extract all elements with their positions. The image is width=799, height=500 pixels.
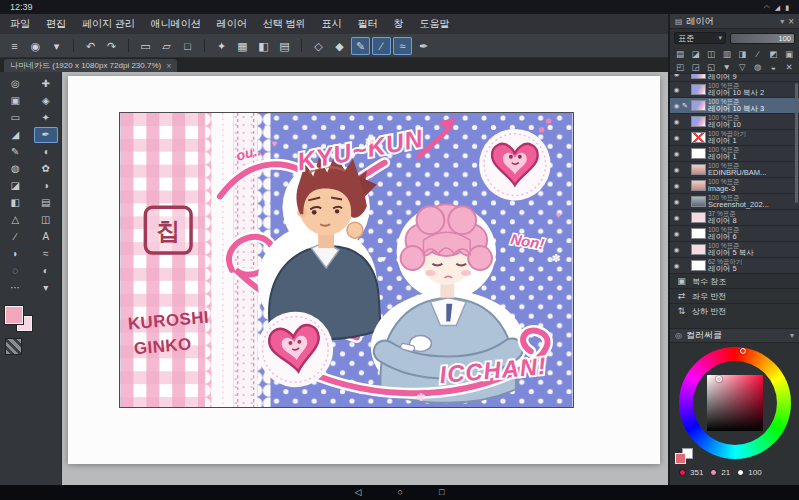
effects-icon[interactable]: ✦ [212, 37, 231, 55]
pen-tool[interactable]: ✒ [34, 127, 58, 143]
select-rectangle-icon[interactable]: ▭ [136, 37, 155, 55]
move-tool[interactable]: ✚ [34, 76, 58, 92]
airbrush-tool[interactable]: ◍ [3, 161, 27, 177]
blend-mode-select[interactable]: 표준 ▾ [674, 32, 726, 44]
layer-row[interactable]: ◉100 %표준레이어 6 [670, 226, 799, 242]
blur-tool[interactable]: ◌ [3, 263, 27, 279]
transparent-color[interactable] [5, 338, 22, 355]
color-wheel[interactable] [670, 343, 799, 465]
layer-visibility-icon[interactable]: ◉ [672, 150, 681, 158]
snap-ruler-icon[interactable]: ◇ [309, 37, 328, 55]
decoration-tool[interactable]: ✿ [34, 161, 58, 177]
merge-down-icon[interactable]: ▽ [736, 62, 748, 72]
layer-move-tool[interactable]: ◈ [34, 93, 58, 109]
menu-item[interactable]: 필터 [350, 14, 386, 34]
layer-row[interactable]: ◉100 %표준레이어 1 [670, 146, 799, 162]
menu-item[interactable]: 창 [386, 14, 412, 34]
layer-visibility-icon[interactable]: ◉ [672, 214, 681, 222]
line-toggle-icon[interactable]: ∕ [372, 37, 391, 55]
balloon-tool[interactable]: ◗ [3, 246, 27, 262]
selection-tool[interactable]: ▭ [3, 110, 27, 126]
layer-visibility-icon[interactable]: ◉ [672, 262, 681, 270]
main-menu-icon[interactable]: ≡ [5, 37, 24, 55]
curve-toggle-icon[interactable]: ≈ [393, 37, 412, 55]
panel-close-icon[interactable]: × [788, 16, 794, 27]
mask-create-icon[interactable]: ◍ [752, 62, 764, 72]
flip-vertical-button[interactable]: ⇅ 상하 반전 [670, 303, 799, 318]
main-color[interactable] [5, 306, 23, 324]
main-color-swatch[interactable] [675, 453, 686, 464]
layer-row[interactable]: ◉100 %표준레이어 10 복사 2 [670, 82, 799, 98]
panel-menu-icon[interactable]: ▾ [780, 17, 784, 26]
fill-area-icon[interactable]: ◧ [254, 37, 273, 55]
menu-item[interactable]: 도움말 [412, 14, 458, 34]
layer-row[interactable]: ◉100 %표준Screenshot_202... [670, 194, 799, 210]
brush-tool[interactable]: ◖ [34, 144, 58, 160]
sv-marker[interactable] [716, 376, 722, 382]
lock-transparency-icon[interactable]: ▥ [721, 49, 733, 59]
tool-more-tool[interactable]: ▾ [34, 280, 58, 296]
gradient-tool[interactable]: ▤ [34, 195, 58, 211]
layer-row[interactable]: ◉62 %곱하기레이어 5 [670, 258, 799, 273]
layer-row[interactable]: ◉100 %표준레이어 9 [670, 73, 799, 82]
layer-row[interactable]: ◉100 %표준image-3 [670, 178, 799, 194]
layer-list-scrollbar[interactable] [795, 83, 798, 203]
snap-special-icon[interactable]: ◆ [330, 37, 349, 55]
clip-to-layer-icon[interactable]: ◪ [690, 49, 702, 59]
layer-row[interactable]: ◉100 %표준레이어 5 복사 [670, 242, 799, 258]
auto-select-tool[interactable]: ✦ [34, 110, 58, 126]
layer-row[interactable]: ◉100 %곱하기레이어 1 [670, 130, 799, 146]
text-tool[interactable]: A [34, 229, 58, 245]
layer-row[interactable]: ◉100 %표준레이어 10 [670, 114, 799, 130]
layer-visibility-icon[interactable]: ◉ [672, 246, 681, 254]
blend-tool[interactable]: ◑ [34, 178, 58, 194]
eyedropper-tool[interactable]: ◢ [3, 127, 27, 143]
layer-blend-icon[interactable]: ▤ [674, 49, 686, 59]
new-folder-icon[interactable]: ◱ [705, 62, 717, 72]
layer-color-icon[interactable]: ◩ [767, 49, 779, 59]
layer-visibility-icon[interactable]: ◉ [672, 230, 681, 238]
brush-size-icon[interactable]: ◉ [26, 37, 45, 55]
saturation-value-square[interactable] [707, 375, 763, 431]
layer-visibility-icon[interactable]: ◉ [672, 182, 681, 190]
layer-visibility-icon[interactable]: ◉ [672, 73, 681, 78]
lightness-tool[interactable]: ◐ [34, 263, 58, 279]
operation-tool[interactable]: ▣ [3, 93, 27, 109]
illustration-canvas[interactable]: 칩 KUROSHI GINKO [119, 112, 574, 408]
nav-recents-button[interactable]: □ [439, 488, 444, 497]
fill-tool[interactable]: ◧ [3, 195, 27, 211]
tab-close-icon[interactable]: × [166, 61, 171, 71]
nav-home-button[interactable]: ○ [398, 488, 403, 497]
enable-mask-icon[interactable]: ◨ [736, 49, 748, 59]
line-correct-tool[interactable]: ≈ [34, 246, 58, 262]
deselect-icon[interactable]: ▱ [157, 37, 176, 55]
hue-marker[interactable] [740, 348, 746, 354]
invert-selection-icon[interactable]: □ [178, 37, 197, 55]
document-tab[interactable]: 나마네카드 (1920 x 1080px 72dpi 230.7%) × [4, 59, 177, 72]
menu-item[interactable]: 페이지 관리 [74, 14, 143, 34]
figure-tool[interactable]: △ [3, 212, 27, 228]
gradient-icon[interactable]: ▤ [275, 37, 294, 55]
menu-item[interactable]: 파일 [2, 14, 38, 34]
apply-mask-icon[interactable]: ◒ [767, 62, 779, 72]
pen-toggle-icon[interactable]: ✎ [351, 37, 370, 55]
delete-layer-icon[interactable]: ✕ [783, 62, 795, 72]
new-vector-layer-icon[interactable]: ◲ [690, 62, 702, 72]
menu-item[interactable]: 선택 범위 [255, 14, 314, 34]
menu-item[interactable]: 편집 [38, 14, 74, 34]
lock-layer-icon[interactable]: ◫ [705, 49, 717, 59]
layer-row[interactable]: ◉37 %표준레이어 8 [670, 210, 799, 226]
canvas-area[interactable]: 칩 KUROSHI GINKO [62, 72, 668, 485]
flip-horizontal-button[interactable]: ⇄ 좌우 반전 [670, 288, 799, 303]
menu-item[interactable]: 표시 [314, 14, 350, 34]
stylus-icon[interactable]: ✒ [414, 37, 433, 55]
layer-row[interactable]: ◉✎100 %표준레이어 10 복사 3 [670, 98, 799, 114]
tool-options-tool[interactable]: ⋯ [3, 280, 27, 296]
set-ruler-icon[interactable]: ∕ [752, 49, 764, 59]
layer-visibility-icon[interactable]: ◉ [672, 198, 681, 206]
layer-visibility-icon[interactable]: ◉ [672, 118, 681, 126]
ruler-tool[interactable]: ∕ [3, 229, 27, 245]
pencil-tool[interactable]: ✎ [3, 144, 27, 160]
eraser-tool[interactable]: ◪ [3, 178, 27, 194]
color-wheel-header[interactable]: ◎ 컬러써클 ▾ [670, 328, 799, 343]
